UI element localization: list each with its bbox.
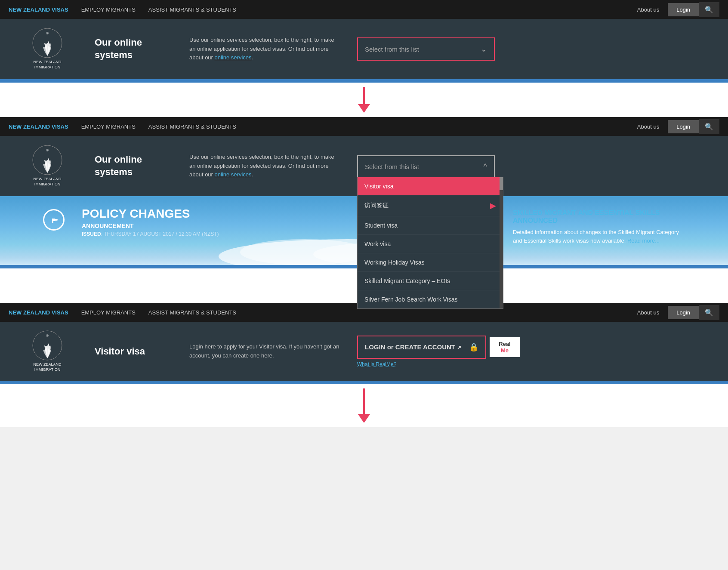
chevron-up-icon-2: ^ <box>484 162 487 171</box>
logo-area-1: ® NEW ZEALANDIMMIGRATION <box>26 28 69 70</box>
fern-logo-3: ® <box>32 330 62 360</box>
svg-point-9 <box>56 219 58 221</box>
section-title-1: Our online systems <box>95 37 172 61</box>
blue-stripe-1 <box>0 79 728 83</box>
arrow-shaft-3 <box>363 388 365 414</box>
nav-employ-3[interactable]: EMPLOY MIGRANTS <box>81 309 136 316</box>
svg-text:®: ® <box>46 334 49 338</box>
nav-about-2[interactable]: About us <box>629 123 668 130</box>
nav-right-3: About us Login 🔍 <box>629 305 719 320</box>
nav-nzvisas-3[interactable]: NEW ZEALAND VISAS <box>9 309 68 316</box>
visitor-desc: Login here to apply for your Visitor vis… <box>189 342 340 360</box>
dropdown-item-student-visa[interactable]: Student visa <box>358 216 503 235</box>
arrow-head-3 <box>358 414 370 423</box>
logo-area-3: ® NEW ZEALANDIMMIGRATION <box>26 330 69 372</box>
nav-about-1[interactable]: About us <box>629 6 668 13</box>
dropdown-select-1[interactable]: Select from this list ⌄ <box>357 37 495 61</box>
login-area: LOGIN or CREATE ACCOUNT ↗ 🔒 Real Me What… <box>357 336 520 367</box>
dropdown-item-working-holiday[interactable]: Working Holiday Visas <box>358 253 503 272</box>
online-services-link-1[interactable]: online services <box>215 54 252 61</box>
dropdown-container-1: Select from this list ⌄ <box>357 37 495 61</box>
nav-search-icon-3[interactable]: 🔍 <box>699 305 719 320</box>
dropdown-select-2[interactable]: Select from this list ^ <box>357 155 495 177</box>
section-inner-2: ® NEW ZEALANDIMMIGRATION Our online syst… <box>0 136 728 196</box>
policy-right-desc: Detailed information about changes to th… <box>513 228 685 245</box>
blue-stripe-3 <box>0 381 728 384</box>
nav-assist-2[interactable]: ASSIST MIGRANTS & STUDENTS <box>148 123 236 130</box>
nav-links-3: NEW ZEALAND VISAS EMPLOY MIGRANTS ASSIST… <box>9 309 629 316</box>
svg-text:®: ® <box>46 148 49 152</box>
dropdown-placeholder-1: Select from this list <box>365 46 419 53</box>
header-section-2: ® NEW ZEALANDIMMIGRATION Our online syst… <box>0 136 728 196</box>
nav-right-1: About us Login 🔍 <box>629 2 719 17</box>
nav-links-1: NEW ZEALAND VISAS EMPLOY MIGRANTS ASSIST… <box>9 6 629 13</box>
section-1-wrapper: NEW ZEALAND VISAS EMPLOY MIGRANTS ASSIST… <box>0 0 728 83</box>
scrollbar-thumb <box>500 177 503 190</box>
login-create-account-btn[interactable]: LOGIN or CREATE ACCOUNT ↗ 🔒 <box>357 336 486 359</box>
dropdown-item-chinese[interactable]: 访问签证 ▶ <box>358 195 503 216</box>
arrow-divider-1 <box>0 83 728 117</box>
login-row: LOGIN or CREATE ACCOUNT ↗ 🔒 Real Me <box>357 336 520 359</box>
svg-rect-7 <box>52 219 55 221</box>
nav-login-btn-3[interactable]: Login <box>668 306 699 319</box>
header-section-1: ® NEW ZEALANDIMMIGRATION Our online syst… <box>0 19 728 79</box>
arrow-head-1 <box>358 104 370 113</box>
nav-login-btn-2[interactable]: Login <box>668 120 699 133</box>
arrow-shaft-1 <box>363 87 365 104</box>
nav-employ-1[interactable]: EMPLOY MIGRANTS <box>81 6 136 13</box>
nav-right-2: About us Login 🔍 <box>629 119 719 134</box>
section-title-2: Our online systems <box>95 154 172 178</box>
nav-employ-2[interactable]: EMPLOY MIGRANTS <box>81 123 136 130</box>
policy-read-more-link[interactable]: Read more... <box>627 237 660 244</box>
nav-search-icon-2[interactable]: 🔍 <box>699 119 719 134</box>
realme-me-text: Me <box>501 347 509 354</box>
nav-bar-2: NEW ZEALAND VISAS EMPLOY MIGRANTS ASSIST… <box>0 117 728 136</box>
lock-icon: 🔒 <box>469 342 478 352</box>
nav-search-icon-1[interactable]: 🔍 <box>699 2 719 17</box>
section-3-wrapper: NEW ZEALAND VISAS EMPLOY MIGRANTS ASSIST… <box>0 303 728 384</box>
chinese-label: 访问签证 <box>364 202 389 210</box>
arrow-divider-3 <box>0 384 728 427</box>
policy-right-content: SKILLED MIGRANT AND ESSENTIAL SKILLS ANN… <box>513 207 685 245</box>
svg-text:®: ® <box>46 31 49 35</box>
nav-assist-3[interactable]: ASSIST MIGRANTS & STUDENTS <box>148 309 236 316</box>
dropdown-item-visitor-visa[interactable]: Visitor visa <box>358 177 503 195</box>
fern-logo-2: ® <box>32 145 62 175</box>
section-desc-1: Use our online services selection, box t… <box>189 36 340 62</box>
policy-right-title: SKILLED MIGRANT AND ESSENTIAL SKILLS ANN… <box>513 209 685 225</box>
arrow-down-1 <box>358 87 370 113</box>
logo-text-2: NEW ZEALANDIMMIGRATION <box>33 177 61 187</box>
logo-text-3: NEW ZEALANDIMMIGRATION <box>33 362 61 372</box>
megaphone-icon <box>49 215 59 225</box>
cursor-arrow-icon: ▶ <box>490 201 496 210</box>
dropdown-item-silver-fern[interactable]: Silver Fern Job Search Work Visas <box>358 290 503 308</box>
dropdown-placeholder-2: Select from this list <box>365 163 419 170</box>
nav-nzvisas-1[interactable]: NEW ZEALAND VISAS <box>9 6 68 13</box>
svg-rect-8 <box>52 221 53 223</box>
nav-about-3[interactable]: About us <box>629 309 668 316</box>
nav-assist-1[interactable]: ASSIST MIGRANTS & STUDENTS <box>148 6 236 13</box>
dropdown-item-work-visa[interactable]: Work visa <box>358 235 503 253</box>
what-realme-link[interactable]: What is RealMe? <box>357 361 396 367</box>
dropdown-container-2: Select from this list ^ Visitor visa 访问签… <box>357 155 495 177</box>
section-desc-2: Use our online services selection, box t… <box>189 153 340 179</box>
login-label: LOGIN or CREATE ACCOUNT ↗ <box>365 343 461 351</box>
policy-icon <box>43 209 65 231</box>
realme-box: Real Me <box>490 337 520 357</box>
arrow-down-3 <box>358 388 370 423</box>
dropdown-menu-2: Visitor visa 访问签证 ▶ Student visa Work vi… <box>357 177 503 309</box>
nav-nzvisas-2[interactable]: NEW ZEALAND VISAS <box>9 123 68 130</box>
online-services-link-2[interactable]: online services <box>215 171 252 178</box>
realme-real-text: Real <box>499 341 510 347</box>
visitor-section: ® NEW ZEALANDIMMIGRATION Visitor visa Lo… <box>0 322 728 381</box>
dropdown-item-skilled-migrant[interactable]: Skilled Migrant Category – EOIs <box>358 272 503 290</box>
visitor-inner: ® NEW ZEALANDIMMIGRATION Visitor visa Lo… <box>0 322 728 381</box>
logo-text-1: NEW ZEALANDIMMIGRATION <box>33 60 61 70</box>
dropdown-scrollbar[interactable] <box>500 177 503 308</box>
section-2-wrapper: NEW ZEALAND VISAS EMPLOY MIGRANTS ASSIST… <box>0 117 728 268</box>
nav-login-btn-1[interactable]: Login <box>668 3 699 16</box>
fern-logo-1: ® <box>32 28 62 58</box>
logo-area-2: ® NEW ZEALANDIMMIGRATION <box>26 145 69 187</box>
nav-links-2: NEW ZEALAND VISAS EMPLOY MIGRANTS ASSIST… <box>9 123 629 130</box>
visitor-title: Visitor visa <box>95 346 172 357</box>
